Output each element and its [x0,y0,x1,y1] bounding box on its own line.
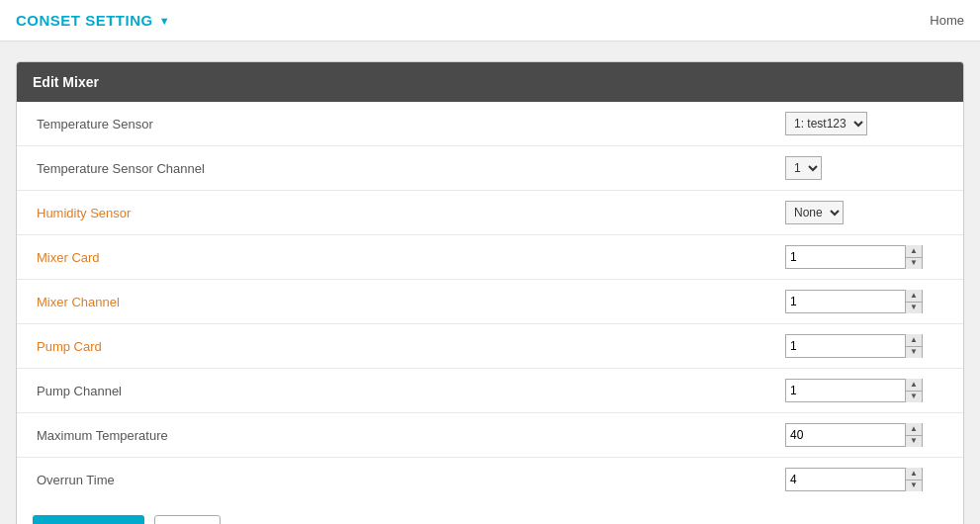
row-overrun-time: Overrun Time▲▼ [17,458,963,501]
label-maximum-temperature: Maximum Temperature [37,428,785,443]
spinner-down-pump-channel[interactable]: ▼ [906,392,922,403]
spinner-input-overrun-time[interactable] [786,469,905,490]
control-wrap-temperature-sensor-channel: 123 [785,156,943,180]
spinner-down-pump-card[interactable]: ▼ [906,347,922,359]
label-mixer-channel: Mixer Channel [37,295,785,309]
back-button[interactable]: Back [154,515,221,524]
control-wrap-overrun-time: ▲▼ [785,468,943,491]
spinner-buttons-pump-card: ▲▼ [905,334,922,358]
spinner-mixer-card: ▲▼ [785,245,923,269]
spinner-overrun-time: ▲▼ [785,468,923,491]
row-mixer-channel: Mixer Channel▲▼ [17,280,963,324]
label-mixer-card: Mixer Card [37,250,785,265]
nav-brand[interactable]: CONSET SETTING ▼ [16,12,170,29]
nav-home-link[interactable]: Home [930,13,964,28]
card-title: Edit Mixer [33,74,99,90]
update-mixer-button[interactable]: Update Mixer [33,515,144,524]
spinner-buttons-overrun-time: ▲▼ [905,468,922,491]
row-pump-card: Pump Card▲▼ [17,324,963,369]
card-body: Temperature Sensor1: test123Temperature … [17,102,963,501]
spinner-input-maximum-temperature[interactable] [786,424,905,446]
row-mixer-card: Mixer Card▲▼ [17,235,963,280]
edit-mixer-card: Edit Mixer Temperature Sensor1: test123T… [16,61,964,524]
row-pump-channel: Pump Channel▲▼ [17,369,963,413]
label-temperature-sensor-channel: Temperature Sensor Channel [37,161,785,176]
spinner-input-pump-channel[interactable] [786,380,905,401]
control-wrap-mixer-channel: ▲▼ [785,290,943,313]
spinner-input-mixer-channel[interactable] [786,291,905,312]
card-footer: Update Mixer Back [17,501,963,524]
label-overrun-time: Overrun Time [37,473,785,487]
row-temperature-sensor-channel: Temperature Sensor Channel123 [17,146,963,191]
spinner-up-overrun-time[interactable]: ▲ [906,468,922,480]
control-wrap-humidity-sensor: None [785,201,943,224]
card-header: Edit Mixer [17,62,963,102]
main-content: Edit Mixer Temperature Sensor1: test123T… [0,42,980,524]
spinner-down-maximum-temperature[interactable]: ▼ [906,436,922,448]
row-maximum-temperature: Maximum Temperature▲▼ [17,413,963,458]
select-humidity-sensor[interactable]: None [785,201,844,224]
spinner-buttons-pump-channel: ▲▼ [905,379,922,402]
spinner-buttons-mixer-card: ▲▼ [905,245,922,269]
spinner-buttons-mixer-channel: ▲▼ [905,290,922,313]
label-pump-card: Pump Card [37,339,785,354]
spinner-pump-channel: ▲▼ [785,379,923,402]
brand-text: CONSET SETTING [16,12,153,29]
top-nav: CONSET SETTING ▼ Home [0,0,980,42]
control-wrap-mixer-card: ▲▼ [785,245,943,269]
spinner-up-mixer-card[interactable]: ▲ [906,245,922,258]
spinner-down-mixer-card[interactable]: ▼ [906,258,922,270]
control-wrap-maximum-temperature: ▲▼ [785,423,943,447]
spinner-mixer-channel: ▲▼ [785,290,923,313]
select-temperature-sensor-channel[interactable]: 123 [785,156,822,180]
label-humidity-sensor: Humidity Sensor [37,206,785,220]
spinner-input-mixer-card[interactable] [786,246,905,268]
spinner-up-mixer-channel[interactable]: ▲ [906,290,922,303]
spinner-down-overrun-time[interactable]: ▼ [906,480,922,492]
row-humidity-sensor: Humidity SensorNone [17,191,963,235]
spinner-input-pump-card[interactable] [786,335,905,357]
spinner-up-pump-card[interactable]: ▲ [906,334,922,347]
control-wrap-pump-card: ▲▼ [785,334,943,358]
spinner-up-maximum-temperature[interactable]: ▲ [906,423,922,436]
spinner-down-mixer-channel[interactable]: ▼ [906,303,922,314]
row-temperature-sensor: Temperature Sensor1: test123 [17,102,963,146]
label-pump-channel: Pump Channel [37,384,785,398]
spinner-maximum-temperature: ▲▼ [785,423,923,447]
spinner-buttons-maximum-temperature: ▲▼ [905,423,922,447]
control-wrap-pump-channel: ▲▼ [785,379,943,402]
spinner-up-pump-channel[interactable]: ▲ [906,379,922,392]
label-temperature-sensor: Temperature Sensor [37,117,785,131]
control-wrap-temperature-sensor: 1: test123 [785,112,943,135]
nav-dropdown-icon: ▼ [159,15,170,27]
select-temperature-sensor[interactable]: 1: test123 [785,112,867,135]
spinner-pump-card: ▲▼ [785,334,923,358]
